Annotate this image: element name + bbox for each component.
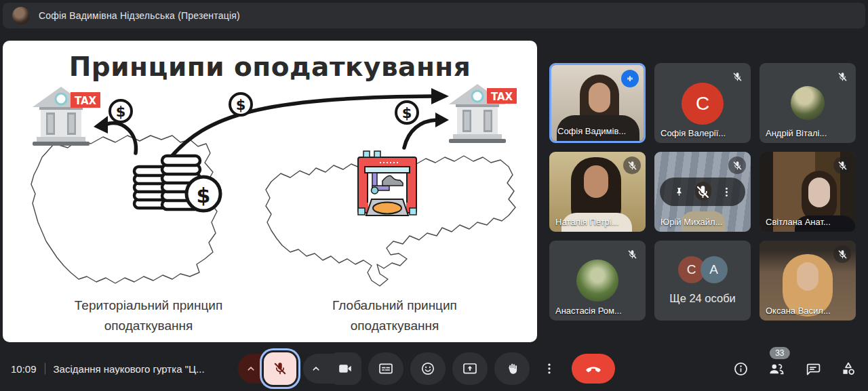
mic-off-icon: [728, 68, 746, 85]
people-icon: [768, 360, 785, 377]
coins-icon: $: [134, 156, 220, 211]
participant-tile-svitlana[interactable]: Світлана Анат...: [760, 152, 856, 232]
captions-button[interactable]: [368, 352, 403, 385]
raise-hand-button[interactable]: [494, 352, 530, 385]
camera-control-group: [303, 352, 361, 385]
people-button[interactable]: 33: [768, 360, 785, 377]
participant-name: Андрій Віталі...: [766, 128, 827, 138]
activities-icon: [840, 360, 857, 377]
participant-tile-andrii[interactable]: Андрій Віталі...: [760, 63, 856, 143]
participant-tile-anastasiia[interactable]: Анастасія Ром...: [549, 241, 646, 321]
panel-controls: 33: [732, 360, 857, 377]
more-options-button[interactable]: [536, 352, 562, 385]
mic-control-group: [238, 352, 296, 385]
meeting-name: Засідання наукового гуртка "Ц...: [45, 363, 205, 375]
svg-text:TAX: TAX: [491, 91, 513, 103]
camera-toggle-button[interactable]: [329, 352, 361, 385]
presenter-avatar: [12, 7, 30, 24]
overflow-avatar-a: A: [701, 256, 728, 283]
participant-name: Анастасія Ром...: [555, 306, 622, 316]
participant-name: Світлана Анат...: [766, 217, 831, 227]
tile-hover-controls: [660, 178, 745, 206]
speaking-indicator-icon: [621, 70, 639, 87]
people-count-badge: 33: [770, 347, 789, 359]
emoji-icon: [420, 361, 436, 377]
photo-avatar: [791, 86, 825, 120]
clock-time: 10:09: [11, 363, 37, 375]
present-button[interactable]: [452, 352, 488, 385]
participant-name: Юрій Михайл...: [660, 217, 722, 227]
participant-name: Софія Вадимів...: [557, 126, 626, 136]
mic-off-icon: [623, 157, 641, 174]
participant-name: Софія Валерії...: [660, 128, 726, 138]
camera-icon: [337, 361, 353, 377]
shoe-machine-icon: [358, 151, 416, 215]
photo-avatar: [576, 260, 618, 302]
participant-grid: Софія Вадимів... C Софія Валерії... Андр…: [549, 63, 856, 321]
hand-icon: [504, 361, 520, 377]
mic-off-icon: [272, 361, 288, 377]
initial-avatar: C: [682, 83, 724, 125]
meeting-info: 10:09 Засідання наукового гуртка "Ц...: [11, 363, 205, 375]
mic-off-icon: [728, 157, 746, 174]
chevron-up-icon: [310, 363, 322, 375]
end-call-icon: [585, 360, 602, 377]
info-icon: [732, 361, 749, 377]
svg-text:$: $: [197, 184, 211, 207]
more-vert-icon: [542, 361, 557, 376]
activities-button[interactable]: [840, 360, 857, 377]
svg-text:$: $: [236, 97, 246, 113]
overflow-participants-tile[interactable]: C A Ще 24 особи: [654, 241, 751, 321]
mic-off-icon: [833, 245, 851, 263]
svg-text:$: $: [116, 104, 126, 120]
arrowhead-right-long: [431, 88, 449, 104]
arrow-to-left-bank: [107, 123, 136, 153]
presenter-banner: Софія Вадимівна Нідзельська (Презентація…: [3, 3, 865, 28]
money-flow-arrows: [107, 96, 437, 159]
participant-tile-nataliia[interactable]: Наталія Петрі...: [549, 152, 646, 232]
arrowhead-left: [94, 116, 108, 133]
captions-icon: [378, 361, 394, 377]
chevron-up-icon: [245, 363, 257, 375]
mic-off-icon: [833, 68, 851, 85]
participant-tile-sofiia-v[interactable]: Софія Вадимів...: [549, 63, 646, 143]
mute-participant-icon[interactable]: [694, 184, 711, 201]
participant-tile-yurii[interactable]: Юрій Михайл...: [654, 152, 751, 232]
caption-territorial-principle: Територіальний принцип оподаткування: [40, 295, 257, 336]
dollar-badge-2: $: [230, 94, 252, 115]
overflow-avatars: C A: [678, 256, 728, 283]
tax-tag-right: TAX: [487, 88, 517, 104]
pin-icon[interactable]: [673, 186, 686, 199]
reactions-button[interactable]: [410, 352, 446, 385]
meeting-details-button[interactable]: [732, 360, 749, 377]
chat-icon: [804, 361, 821, 377]
svg-text:$: $: [402, 105, 412, 121]
shared-screen-presentation[interactable]: $ $ $ TAX TAX: [3, 41, 537, 342]
dollar-badge-1: $: [110, 100, 132, 122]
svg-text:TAX: TAX: [75, 95, 97, 107]
more-options-icon[interactable]: [720, 186, 733, 199]
mic-off-icon: [833, 157, 851, 174]
present-icon: [462, 361, 478, 377]
participant-name: Наталія Петрі...: [555, 217, 619, 227]
mic-toggle-button[interactable]: [264, 352, 296, 385]
caption-global-principle: Глобальний принцип оподаткування: [286, 295, 503, 336]
slide-title: Принципи оподаткування: [3, 52, 537, 82]
call-controls: [238, 352, 615, 385]
control-bar: 10:09 Засідання наукового гуртка "Ц...: [0, 346, 868, 391]
end-call-button[interactable]: [572, 354, 615, 384]
participant-tile-sofiia-valerii[interactable]: C Софія Валерії...: [654, 63, 751, 143]
participant-tile-oksana[interactable]: Оксана Васил...: [760, 241, 856, 321]
tax-tag-left: TAX: [71, 92, 100, 108]
meet-window: Софія Вадимівна Нідзельська (Презентація…: [0, 0, 868, 391]
presenter-name: Софія Вадимівна Нідзельська (Презентація…: [39, 10, 240, 21]
dollar-badge-3: $: [396, 102, 418, 123]
chat-button[interactable]: [804, 360, 821, 377]
arrowhead-right-curved: [435, 112, 449, 127]
mic-off-icon: [623, 245, 641, 263]
overflow-count-label: Ще 24 особи: [669, 292, 736, 305]
participant-name: Оксана Васил...: [766, 306, 831, 316]
